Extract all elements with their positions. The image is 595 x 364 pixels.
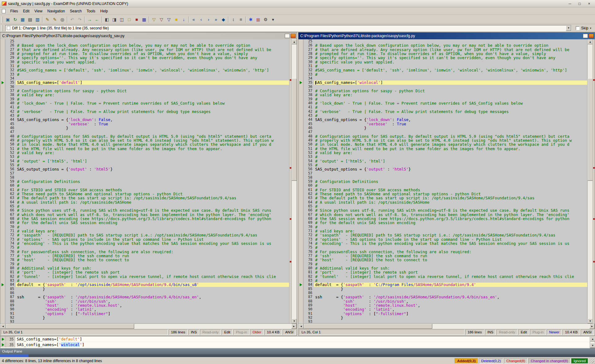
code-line[interactable]: # valid key are: (314, 151, 587, 155)
sync-scroll-icon[interactable]: ↕ (230, 16, 237, 23)
code-line[interactable]: # (16, 64, 289, 68)
code-line[interactable]: # (314, 204, 587, 208)
current-difference-icon[interactable]: ◆ (220, 16, 227, 23)
code-line[interactable]: # Configuration options for saspy - pyth… (314, 89, 587, 93)
code-line[interactable]: 'options' : ["-fullstimer"] (314, 312, 587, 316)
code-line[interactable]: } (16, 287, 289, 291)
code-line[interactable] (314, 320, 587, 323)
code-line[interactable]: # Since python uses utf-8, running SAS w… (314, 208, 587, 212)
code-line[interactable] (314, 39, 587, 43)
filter-changed-icon[interactable]: ▽ (158, 16, 165, 23)
right-horizontal-scrollbar[interactable]: ◄ ► (298, 323, 595, 329)
code-line[interactable]: # (16, 163, 289, 167)
show-second-pane-icon[interactable]: ◨ (111, 16, 118, 23)
code-line[interactable]: 'verbose' : True (16, 122, 289, 126)
menu-view[interactable]: View (32, 8, 45, 14)
code-line[interactable]: # properly with HTML 5.0 so it can also … (16, 138, 289, 142)
code-line[interactable]: # A usual install path is: /opt/sasinsid… (314, 200, 587, 204)
code-line[interactable]: # 'verbose' - True | False. True = Allow… (314, 110, 587, 114)
copy-block-left-icon[interactable]: ← (93, 16, 101, 23)
menu-navigation[interactable]: Navigation (45, 8, 68, 14)
code-line[interactable]: # (314, 262, 587, 266)
code-line[interactable]: # valid keys are: (16, 229, 289, 233)
menu-tools[interactable]: Tools (84, 8, 98, 14)
code-line[interactable]: # valid key are: (16, 151, 289, 155)
code-line[interactable]: # (16, 184, 289, 188)
code-line[interactable]: 'ssh' : '/usr/bin/ssh', (16, 299, 289, 303)
code-line[interactable] (16, 130, 289, 134)
code-line[interactable]: # (314, 114, 587, 118)
code-line[interactable]: #SAS_config_names = ['default', 'ssh', '… (314, 68, 587, 72)
code-line[interactable] (314, 85, 587, 89)
code-line[interactable] (314, 130, 587, 134)
statistics-icon[interactable]: ▦ (254, 16, 262, 23)
code-line[interactable]: } (314, 287, 587, 291)
code-line[interactable]: # Configuration options for SAS output. … (16, 134, 289, 138)
code-line[interactable]: # (16, 155, 289, 159)
code-line[interactable]: # the HTML file will need to be put in t… (16, 147, 289, 151)
save-icon[interactable]: ▦ (19, 16, 26, 23)
code-line[interactable] (16, 76, 289, 80)
code-line[interactable]: # valid key are: (16, 93, 289, 97)
browse-folder-icon[interactable] (291, 34, 296, 38)
print-options-icon[interactable]: ▥ (34, 16, 41, 23)
hscroll-track[interactable] (304, 324, 589, 329)
code-line[interactable]: # (16, 105, 289, 109)
options-icon[interactable]: ⚙ (262, 16, 269, 23)
last-difference-icon[interactable]: » (212, 16, 220, 23)
code-line[interactable]: # (16, 262, 289, 266)
code-line[interactable]: # 'saspath' - [REQUIRED] path to SAS sta… (314, 233, 587, 237)
code-line[interactable]: #SAS_config_names = ['default', 'ssh', '… (16, 68, 289, 72)
code-line[interactable]: # 'saspath' - [REQUIRED] path to SAS sta… (16, 233, 289, 237)
right-vertical-scrollbar[interactable]: ▲ ▼ (587, 39, 593, 323)
code-line[interactable]: # 'host' - [REQUIRED] the host to connec… (314, 258, 587, 262)
code-line[interactable]: # 'encoding' - This is the python encodi… (16, 241, 289, 245)
code-line[interactable]: # Based upon the lock_down configuration… (16, 43, 289, 47)
code-line[interactable]: # The default path to the sas start up s… (314, 196, 587, 200)
code-line[interactable]: SAS_config_names=['default'] (16, 80, 289, 84)
highlight-color-icon[interactable]: ■ (173, 16, 180, 23)
diff-dropdown-icon[interactable]: ▼ (566, 25, 571, 31)
toolbar-grip[interactable] (2, 25, 3, 31)
code-line[interactable]: # 'tunnel' - [integer] local port to ope… (314, 275, 587, 279)
code-line[interactable]: # These need path to SASHome and optiona… (16, 192, 289, 196)
left-horizontal-scrollbar[interactable]: ◄ ► (0, 323, 297, 329)
code-line[interactable]: } (314, 126, 587, 130)
menu-edit[interactable]: Edit (20, 8, 32, 14)
code-line[interactable]: # (314, 97, 587, 101)
code-line[interactable]: # 'options' - SAS options to include in … (16, 237, 289, 241)
code-line[interactable]: # (16, 245, 289, 249)
code-line[interactable]: # 'encoding' - This is the python encodi… (314, 241, 587, 245)
scroll-down-icon[interactable]: ▼ (590, 343, 595, 348)
code-line[interactable]: # the SAS session encoding (see https://… (314, 217, 587, 221)
code-line[interactable] (16, 176, 289, 180)
code-line[interactable]: # 'host' - [REQUIRED] the host to connec… (16, 258, 289, 262)
code-line[interactable]: # 'output' = ['html5', 'html'] (16, 159, 289, 163)
find-icon[interactable]: ◎ (59, 16, 66, 23)
left-code-area[interactable]: # Based upon the lock_down configuration… (16, 39, 289, 323)
options-menu-icon[interactable]: ▾ (269, 16, 277, 23)
diff-selector[interactable]: Diff 1: Change 1 line (35, first file) t… (5, 25, 571, 31)
code-line[interactable]: # Configuration options for SAS output. … (314, 134, 587, 138)
menu-search[interactable]: Search (68, 8, 84, 14)
resize-grip[interactable] (589, 358, 594, 363)
first-difference-icon[interactable]: « (190, 16, 197, 23)
skip-toggle[interactable]: Skip ▾ (574, 25, 593, 31)
code-line[interactable]: # valid keys are: (314, 229, 587, 233)
code-line[interactable] (314, 76, 587, 80)
code-line[interactable]: # (314, 64, 587, 68)
code-line[interactable]: # (314, 279, 587, 283)
toolbar-grip[interactable] (2, 16, 3, 23)
vscroll-thumb[interactable] (588, 78, 593, 180)
code-line[interactable]: # that are defined already. Any necessar… (314, 48, 587, 52)
code-line[interactable] (314, 176, 587, 180)
filter-options-icon[interactable]: ▽ (165, 16, 173, 23)
print-icon[interactable]: ▤ (26, 16, 34, 23)
edit-second-file-icon[interactable]: ✎ (51, 16, 59, 23)
code-line[interactable]: ssh = {'saspath' : '/opt/sasinside/SASHo… (16, 295, 289, 299)
file-page-icon[interactable] (285, 34, 290, 38)
code-line[interactable]: 'ssh' : '/usr/bin/ssh', (314, 299, 587, 303)
status-edit[interactable]: Edit (518, 329, 529, 335)
code-line[interactable]: # For passwordless ssh connection, the f… (314, 250, 587, 254)
code-line[interactable]: # A usual install path is: /opt/sasinsid… (16, 200, 289, 204)
